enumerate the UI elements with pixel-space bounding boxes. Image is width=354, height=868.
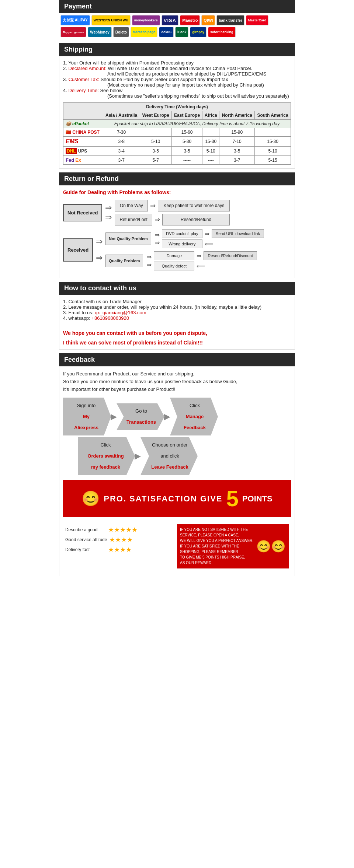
quality-branch: Quality Problem ⇒ ⇒ Damage ⇒ bbox=[105, 251, 264, 270]
smiley-left: 😊 bbox=[81, 490, 100, 507]
arrow-defect: ⟸ bbox=[197, 263, 205, 270]
star-row-2: Good service attitude ★★★★ bbox=[65, 536, 171, 544]
ems-north: 7-10 bbox=[219, 137, 255, 147]
declared-label: Declared Amount: bbox=[68, 66, 106, 71]
resend-refund-discount-box: Resend/Refund/Discount bbox=[204, 251, 257, 260]
step-4: Click Orders awaiting my feedback bbox=[78, 437, 135, 475]
star-label-3: Delivery fast bbox=[65, 547, 106, 552]
payment-title: Payment bbox=[59, 0, 295, 13]
dhl-east: 3-5 bbox=[171, 147, 202, 156]
cp-east: 15-60 bbox=[171, 128, 202, 137]
ems-asia: 3-8 bbox=[103, 137, 140, 147]
fedex-north: 3-7 bbox=[219, 156, 255, 165]
col-header-carrier bbox=[63, 111, 103, 120]
qiwi-logo: QIWI bbox=[201, 15, 215, 25]
send-url-box: Send URL download link bbox=[212, 229, 264, 238]
right-text-4: SHOPPING, PLEASE REMEMBER bbox=[180, 549, 255, 554]
step-5: Choose on order and click Leave Feedback bbox=[140, 437, 198, 475]
shipping-section: Shipping 1. Your Order will be shipped w… bbox=[59, 43, 295, 169]
step-5-line1: Choose on order bbox=[152, 442, 188, 448]
guide-title: Guide for Dealing with Problems as follo… bbox=[63, 189, 291, 195]
ems-east: 5-30 bbox=[171, 137, 202, 147]
returned-lost-branch: Returned/Lost ⇒ Resend/Refund bbox=[115, 214, 230, 225]
smiley-group: IF YOU ARE NOT SATISFIED WITH THE SERVIC… bbox=[180, 527, 286, 566]
return-title: Return or Refund bbox=[59, 172, 295, 185]
step-1-line2: My bbox=[83, 414, 90, 419]
arrow-wrong: ⟸ bbox=[205, 241, 213, 248]
dhl-carrier: DHL UPS bbox=[63, 147, 103, 156]
ibank-logo: iBank bbox=[175, 27, 189, 37]
arrow-2: ⇒ bbox=[155, 216, 160, 224]
yandex-logo: Яндекс деньги bbox=[60, 27, 86, 37]
payment-section: Payment 支付宝 ALIPAY WESTERN UNION WU mone… bbox=[59, 0, 295, 39]
col-header-africa: Africa bbox=[202, 111, 219, 120]
epacket-row: 📦 ePacket Epacket can ship to USA/AU/UK/… bbox=[63, 120, 291, 128]
fedex-row: FedEx 3-7 5-7 ----- ---- 3-7 5-15 bbox=[63, 156, 291, 165]
col-header-south: South America bbox=[255, 111, 291, 120]
cp-south bbox=[255, 128, 291, 137]
satisfaction-number: 5 bbox=[226, 486, 239, 511]
contact-point-1: 1. Contact with us on Trade Manager bbox=[63, 299, 291, 304]
dhl-row: DHL UPS 3-4 3-5 3-5 5-10 3-5 5-10 bbox=[63, 147, 291, 156]
received-block: Received ⇒ ⇒ Not Quality Problem ⇒ ⇒ bbox=[63, 229, 291, 270]
shipping-title: Shipping bbox=[59, 43, 295, 56]
bank-logo: bank transfer bbox=[216, 15, 244, 25]
feedback-intro: If you Recommand our Product, our Servic… bbox=[63, 370, 291, 393]
stars-right-content: IF YOU ARE NOT SATISFIED WITH THE SERVIC… bbox=[180, 527, 286, 566]
dvd-branch: DVD couldn't play ⇒ Send URL download li… bbox=[162, 229, 264, 238]
not-received-box: Not Received bbox=[63, 204, 102, 221]
wrong-delivery-branch: Wrong delivery ⟸ bbox=[162, 239, 264, 248]
webmoney-logo: WebMoney bbox=[88, 27, 112, 37]
dhl-north: 3-5 bbox=[219, 147, 255, 156]
return-section: Return or Refund Guide for Dealing with … bbox=[59, 172, 295, 278]
contact-content: 1. Contact with us on Trade Manager 2. L… bbox=[59, 295, 295, 350]
right-text-6: AS OUR REWARD. bbox=[180, 560, 255, 566]
arrow-damage: ⇒ bbox=[197, 252, 201, 259]
shipping-point-4: 4. Delivery Time: See below bbox=[63, 88, 291, 93]
shipping-point-1: 1. Your Order will be shipped within Pro… bbox=[63, 60, 291, 66]
nr-branches: On the Way ⇒ Keep patient to wait more d… bbox=[115, 200, 230, 225]
payment-logos: 支付宝 ALIPAY WESTERN UNION WU moneybookers… bbox=[59, 13, 295, 39]
stars-left: Describe a good ★★★★★ Good service attit… bbox=[65, 524, 171, 568]
satisfaction-banner: 😊 PRO. SATISFACTION GIVE 5 POINTS bbox=[63, 480, 291, 517]
col-header-asia: Asia / Australia bbox=[103, 111, 140, 120]
mercado-logo: mercado pago bbox=[131, 27, 158, 37]
alipay-logo: 支付宝 ALIPAY bbox=[60, 15, 90, 25]
feedback-intro-2: So take you one more mintues to leave us… bbox=[63, 378, 291, 386]
shipping-content: 1. Your Order will be shipped within Pro… bbox=[59, 56, 295, 169]
star-label-2: Good service attitude bbox=[65, 537, 107, 542]
step-3-line3: Feedback bbox=[184, 425, 206, 430]
shipping-point-3b: (Most country no need pay for any Import… bbox=[63, 82, 291, 88]
shipping-point-2b: And will Declared as product price which… bbox=[63, 71, 291, 77]
col-header-west: West Europe bbox=[140, 111, 171, 120]
step-4-line1: Click bbox=[100, 442, 111, 448]
ems-row: EMS 3-8 5-10 5-30 15-30 7-10 15-30 bbox=[63, 137, 291, 147]
smiley-right: 😊😊 bbox=[256, 538, 286, 555]
arrow-1: ⇒ bbox=[150, 202, 156, 210]
not-received-block: Not Received ⇒ ⇒ On the Way ⇒ Keep patie… bbox=[63, 200, 291, 225]
fedex-east: ----- bbox=[171, 156, 202, 165]
ems-africa: 15-30 bbox=[202, 137, 219, 147]
fedex-west: 5-7 bbox=[140, 156, 171, 165]
fedex-south: 5-15 bbox=[255, 156, 291, 165]
damage-box: Damage bbox=[154, 251, 194, 260]
step-2-line1: Go to bbox=[135, 408, 147, 414]
contact-point-4: 4. whatsapp: +8618968063920 bbox=[63, 315, 291, 321]
email-address: qx_qianxiang@163.com bbox=[95, 310, 146, 315]
moneybookers-logo: moneybookers bbox=[132, 15, 160, 25]
resend-refund-box: Resend/Refund bbox=[162, 214, 230, 225]
step-4-line2: Orders awaiting bbox=[87, 453, 124, 459]
step-4-line3: my feedback bbox=[91, 464, 120, 470]
cp-africa bbox=[202, 128, 219, 137]
return-content: Guide for Dealing with Problems as follo… bbox=[59, 185, 295, 278]
fedex-carrier: FedEx bbox=[63, 156, 103, 165]
on-the-way-branch: On the Way ⇒ Keep patient to wait more d… bbox=[115, 200, 230, 211]
doku-logo: dokuS bbox=[159, 27, 174, 37]
visa-logo: VISA bbox=[162, 15, 178, 25]
received-box: Received bbox=[63, 238, 93, 262]
quality-defect-branch: Quality defect ⟸ bbox=[154, 262, 257, 270]
step-5-line3: Leave Feedback bbox=[151, 464, 188, 470]
satisfaction-text: PRO. SATISFACTION GIVE bbox=[104, 494, 222, 504]
cp-asia: 7-30 bbox=[103, 128, 140, 137]
not-quality-branch: Not Quality Problem ⇒ ⇒ DVD couldn't pla… bbox=[105, 229, 264, 248]
